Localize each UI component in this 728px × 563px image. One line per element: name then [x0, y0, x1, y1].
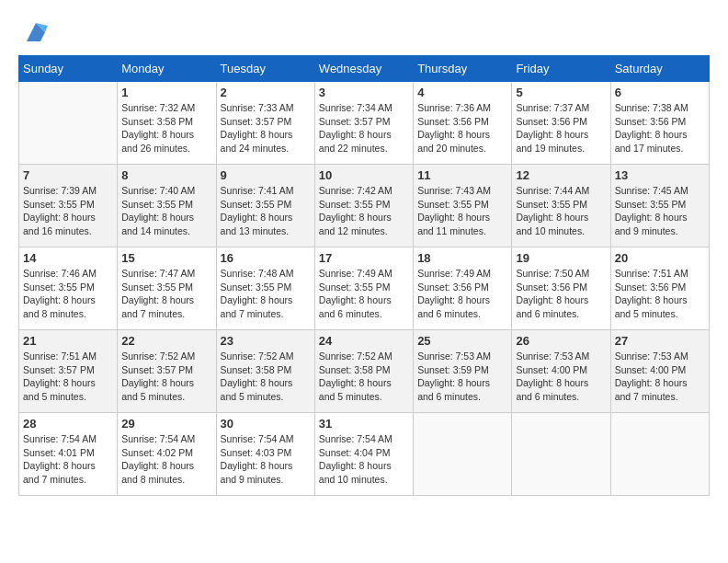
- calendar-cell: 28Sunrise: 7:54 AM Sunset: 4:01 PM Dayli…: [19, 413, 118, 496]
- calendar-cell: 23Sunrise: 7:52 AM Sunset: 3:58 PM Dayli…: [216, 330, 314, 413]
- calendar-table: SundayMondayTuesdayWednesdayThursdayFrid…: [18, 55, 710, 496]
- calendar-cell: 24Sunrise: 7:52 AM Sunset: 3:58 PM Dayli…: [314, 330, 413, 413]
- day-info: Sunrise: 7:51 AM Sunset: 3:56 PM Dayligh…: [615, 267, 705, 321]
- week-row-5: 28Sunrise: 7:54 AM Sunset: 4:01 PM Dayli…: [19, 413, 710, 496]
- calendar-cell: 19Sunrise: 7:50 AM Sunset: 3:56 PM Dayli…: [512, 247, 610, 330]
- logo: [18, 18, 50, 46]
- day-info: Sunrise: 7:54 AM Sunset: 4:02 PM Dayligh…: [121, 432, 211, 487]
- calendar-cell: 21Sunrise: 7:51 AM Sunset: 3:57 PM Dayli…: [19, 330, 118, 413]
- day-number: 30: [221, 417, 311, 431]
- day-info: Sunrise: 7:37 AM Sunset: 3:56 PM Dayligh…: [516, 101, 606, 155]
- calendar-cell: 12Sunrise: 7:44 AM Sunset: 3:55 PM Dayli…: [512, 165, 610, 247]
- day-info: Sunrise: 7:52 AM Sunset: 3:58 PM Dayligh…: [221, 350, 311, 404]
- column-header-friday: Friday: [512, 56, 610, 82]
- day-info: Sunrise: 7:49 AM Sunset: 3:55 PM Dayligh…: [319, 267, 409, 321]
- day-info: Sunrise: 7:36 AM Sunset: 3:56 PM Dayligh…: [417, 101, 507, 155]
- day-number: 8: [121, 168, 211, 182]
- calendar-cell: [512, 413, 610, 496]
- day-info: Sunrise: 7:45 AM Sunset: 3:55 PM Dayligh…: [615, 184, 705, 238]
- calendar-cell: 29Sunrise: 7:54 AM Sunset: 4:02 PM Dayli…: [118, 413, 216, 496]
- calendar-cell: 11Sunrise: 7:43 AM Sunset: 3:55 PM Dayli…: [414, 165, 512, 247]
- day-number: 7: [23, 168, 113, 182]
- day-number: 6: [615, 86, 705, 99]
- day-info: Sunrise: 7:49 AM Sunset: 3:56 PM Dayligh…: [417, 267, 507, 321]
- day-number: 26: [516, 334, 606, 348]
- day-info: Sunrise: 7:53 AM Sunset: 4:00 PM Dayligh…: [615, 350, 705, 404]
- calendar-cell: 3Sunrise: 7:34 AM Sunset: 3:57 PM Daylig…: [314, 82, 413, 165]
- day-number: 29: [121, 417, 211, 431]
- day-info: Sunrise: 7:52 AM Sunset: 3:58 PM Dayligh…: [319, 350, 409, 404]
- calendar-cell: [414, 413, 512, 496]
- calendar-cell: 9Sunrise: 7:41 AM Sunset: 3:55 PM Daylig…: [216, 165, 314, 247]
- column-header-wednesday: Wednesday: [314, 56, 413, 82]
- week-row-4: 21Sunrise: 7:51 AM Sunset: 3:57 PM Dayli…: [19, 330, 710, 413]
- day-info: Sunrise: 7:53 AM Sunset: 4:00 PM Dayligh…: [516, 350, 606, 404]
- day-info: Sunrise: 7:48 AM Sunset: 3:55 PM Dayligh…: [221, 267, 311, 321]
- calendar-cell: 4Sunrise: 7:36 AM Sunset: 3:56 PM Daylig…: [414, 82, 512, 165]
- week-row-3: 14Sunrise: 7:46 AM Sunset: 3:55 PM Dayli…: [19, 247, 710, 330]
- day-number: 11: [417, 168, 507, 182]
- day-info: Sunrise: 7:38 AM Sunset: 3:56 PM Dayligh…: [615, 101, 705, 155]
- day-number: 5: [516, 86, 606, 99]
- day-number: 28: [23, 417, 113, 431]
- day-info: Sunrise: 7:32 AM Sunset: 3:58 PM Dayligh…: [121, 101, 211, 155]
- day-number: 12: [516, 168, 606, 182]
- calendar-cell: 8Sunrise: 7:40 AM Sunset: 3:55 PM Daylig…: [118, 165, 216, 247]
- calendar-cell: 6Sunrise: 7:38 AM Sunset: 3:56 PM Daylig…: [610, 82, 709, 165]
- day-number: 16: [221, 251, 311, 265]
- day-info: Sunrise: 7:39 AM Sunset: 3:55 PM Dayligh…: [23, 184, 113, 238]
- day-number: 17: [319, 251, 409, 265]
- day-number: 18: [417, 251, 507, 265]
- calendar-header-row: SundayMondayTuesdayWednesdayThursdayFrid…: [19, 56, 710, 82]
- column-header-tuesday: Tuesday: [216, 56, 314, 82]
- day-number: 27: [615, 334, 705, 348]
- day-number: 9: [221, 168, 311, 182]
- day-number: 10: [319, 168, 409, 182]
- day-info: Sunrise: 7:54 AM Sunset: 4:04 PM Dayligh…: [319, 432, 409, 487]
- calendar-cell: 15Sunrise: 7:47 AM Sunset: 3:55 PM Dayli…: [118, 247, 216, 330]
- day-info: Sunrise: 7:54 AM Sunset: 4:01 PM Dayligh…: [23, 432, 113, 487]
- day-info: Sunrise: 7:34 AM Sunset: 3:57 PM Dayligh…: [319, 101, 409, 155]
- calendar-cell: 1Sunrise: 7:32 AM Sunset: 3:58 PM Daylig…: [118, 82, 216, 165]
- calendar-cell: 22Sunrise: 7:52 AM Sunset: 3:57 PM Dayli…: [118, 330, 216, 413]
- calendar-cell: 20Sunrise: 7:51 AM Sunset: 3:56 PM Dayli…: [610, 247, 709, 330]
- calendar-cell: 5Sunrise: 7:37 AM Sunset: 3:56 PM Daylig…: [512, 82, 610, 165]
- day-info: Sunrise: 7:40 AM Sunset: 3:55 PM Dayligh…: [121, 184, 211, 238]
- day-number: 23: [221, 334, 311, 348]
- week-row-2: 7Sunrise: 7:39 AM Sunset: 3:55 PM Daylig…: [19, 165, 710, 247]
- day-info: Sunrise: 7:51 AM Sunset: 3:57 PM Dayligh…: [23, 350, 113, 404]
- calendar-cell: 13Sunrise: 7:45 AM Sunset: 3:55 PM Dayli…: [610, 165, 709, 247]
- day-number: 19: [516, 251, 606, 265]
- day-number: 24: [319, 334, 409, 348]
- day-number: 15: [121, 251, 211, 265]
- calendar-cell: 26Sunrise: 7:53 AM Sunset: 4:00 PM Dayli…: [512, 330, 610, 413]
- calendar-cell: 25Sunrise: 7:53 AM Sunset: 3:59 PM Dayli…: [414, 330, 512, 413]
- day-info: Sunrise: 7:47 AM Sunset: 3:55 PM Dayligh…: [121, 267, 211, 321]
- page-header: [18, 18, 710, 46]
- day-number: 1: [121, 86, 211, 99]
- day-info: Sunrise: 7:50 AM Sunset: 3:56 PM Dayligh…: [516, 267, 606, 321]
- day-info: Sunrise: 7:33 AM Sunset: 3:57 PM Dayligh…: [221, 101, 311, 155]
- column-header-thursday: Thursday: [414, 56, 512, 82]
- calendar-cell: 31Sunrise: 7:54 AM Sunset: 4:04 PM Dayli…: [314, 413, 413, 496]
- day-number: 21: [23, 334, 113, 348]
- week-row-1: 1Sunrise: 7:32 AM Sunset: 3:58 PM Daylig…: [19, 82, 710, 165]
- calendar-cell: [610, 413, 709, 496]
- day-info: Sunrise: 7:52 AM Sunset: 3:57 PM Dayligh…: [121, 350, 211, 404]
- calendar-cell: [19, 82, 118, 165]
- day-info: Sunrise: 7:53 AM Sunset: 3:59 PM Dayligh…: [417, 350, 507, 404]
- day-info: Sunrise: 7:42 AM Sunset: 3:55 PM Dayligh…: [319, 184, 409, 238]
- day-info: Sunrise: 7:54 AM Sunset: 4:03 PM Dayligh…: [221, 432, 311, 487]
- day-number: 2: [221, 86, 311, 99]
- calendar-cell: 7Sunrise: 7:39 AM Sunset: 3:55 PM Daylig…: [19, 165, 118, 247]
- calendar-cell: 16Sunrise: 7:48 AM Sunset: 3:55 PM Dayli…: [216, 247, 314, 330]
- column-header-monday: Monday: [118, 56, 216, 82]
- day-number: 25: [417, 334, 507, 348]
- calendar-cell: 2Sunrise: 7:33 AM Sunset: 3:57 PM Daylig…: [216, 82, 314, 165]
- logo-icon: [22, 18, 50, 46]
- column-header-saturday: Saturday: [610, 56, 709, 82]
- day-number: 22: [121, 334, 211, 348]
- day-number: 4: [417, 86, 507, 99]
- calendar-cell: 14Sunrise: 7:46 AM Sunset: 3:55 PM Dayli…: [19, 247, 118, 330]
- day-number: 20: [615, 251, 705, 265]
